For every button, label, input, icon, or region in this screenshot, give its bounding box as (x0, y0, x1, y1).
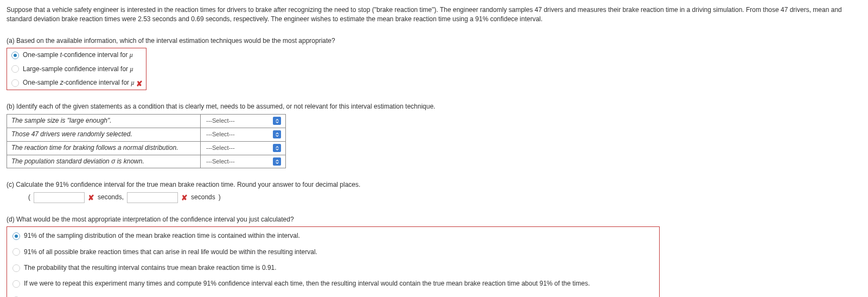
ci-upper-input[interactable] (127, 192, 178, 203)
part-d-option-3[interactable]: The probability that the resulting inter… (10, 260, 656, 276)
condition-statement: The sample size is "large enough". (7, 114, 201, 128)
part-d-option-3-label: The probability that the resulting inter… (24, 263, 277, 273)
part-a: (a) Based on the available information, … (7, 36, 861, 91)
condition-select-cell: ---Select--- (201, 141, 286, 155)
part-a-option-2-label: Large-sample confidence interval for μ (23, 65, 133, 74)
part-d-option-4[interactable]: If we were to repeat this experiment man… (10, 276, 656, 292)
part-a-prompt: (a) Based on the available information, … (7, 36, 861, 46)
select-placeholder[interactable]: ---Select--- (205, 116, 273, 126)
radio-icon (12, 280, 20, 288)
table-row: The population standard deviation σ is k… (7, 155, 286, 168)
ci-answer-line: ( ✘ seconds, ✘ seconds ) (28, 192, 861, 203)
condition-select-cell: ---Select--- (201, 155, 286, 168)
radio-icon (12, 248, 20, 256)
question-intro: Suppose that a vehicle safety engineer i… (7, 5, 861, 24)
part-d-option-1-label: 91% of the sampling distribution of the … (24, 231, 300, 241)
condition-select-cell: ---Select--- (201, 128, 286, 141)
part-b-prompt: (b) Identify each of the given statement… (7, 102, 861, 111)
chevron-updown-icon[interactable] (273, 144, 281, 152)
part-d-prompt: (d) What would be the most appropriate i… (7, 215, 861, 224)
part-d-option-1[interactable]: 91% of the sampling distribution of the … (10, 228, 656, 244)
table-row: The sample size is "large enough". ---Se… (7, 114, 286, 128)
chevron-updown-icon[interactable] (273, 157, 281, 166)
part-a-option-3[interactable]: One-sample z-confidence interval for μ (7, 76, 146, 90)
part-d: (d) What would be the most appropriate i… (7, 215, 861, 297)
part-d-option-2-label: 91% of all possible brake reaction times… (24, 248, 317, 257)
radio-icon (12, 232, 20, 240)
select-placeholder[interactable]: ---Select--- (205, 130, 273, 140)
paren-open: ( (28, 193, 30, 202)
radio-icon (11, 52, 19, 59)
part-a-option-2[interactable]: Large-sample confidence interval for μ (7, 62, 146, 76)
part-a-option-3-label: One-sample z-confidence interval for μ (23, 78, 134, 87)
chevron-updown-icon[interactable] (273, 130, 281, 138)
wrong-icon: ✘ (136, 80, 143, 87)
part-a-option-1[interactable]: One-sample t-confidence interval for μ (7, 48, 146, 62)
wrong-icon: ✘ (88, 194, 94, 201)
condition-statement: The population standard deviation σ is k… (7, 155, 201, 168)
part-d-option-4-label: If we were to repeat this experiment man… (24, 279, 590, 288)
table-row: The reaction time for braking follows a … (7, 141, 286, 155)
part-d-options-box: 91% of the sampling distribution of the … (7, 226, 660, 297)
part-a-options-box: One-sample t-confidence interval for μ L… (7, 48, 146, 90)
ci-unit-end: seconds (191, 193, 215, 202)
paren-close: ) (219, 193, 221, 202)
condition-statement: Those 47 drivers were randomly selected. (7, 128, 201, 141)
ci-lower-input[interactable] (34, 192, 85, 203)
ci-unit-comma: seconds, (98, 193, 124, 202)
part-b: (b) Identify each of the given statement… (7, 102, 861, 168)
chevron-updown-icon[interactable] (273, 117, 281, 125)
part-d-option-2[interactable]: 91% of all possible brake reaction times… (10, 244, 656, 260)
condition-statement: The reaction time for braking follows a … (7, 141, 201, 155)
part-c-prompt: (c) Calculate the 91% confidence interva… (7, 180, 861, 189)
radio-icon (11, 79, 19, 87)
part-c: (c) Calculate the 91% confidence interva… (7, 180, 861, 203)
radio-icon (12, 264, 20, 272)
radio-icon (11, 65, 19, 73)
table-row: Those 47 drivers were randomly selected.… (7, 128, 286, 141)
select-placeholder[interactable]: ---Select--- (205, 143, 273, 153)
conditions-table: The sample size is "large enough". ---Se… (7, 114, 286, 169)
part-a-option-1-label: One-sample t-confidence interval for μ (23, 50, 133, 60)
wrong-icon: ✘ (181, 194, 188, 201)
condition-select-cell: ---Select--- (201, 114, 286, 128)
select-placeholder[interactable]: ---Select--- (205, 157, 273, 167)
part-d-option-5[interactable]: There is 91% chance that the true brake … (10, 292, 656, 297)
